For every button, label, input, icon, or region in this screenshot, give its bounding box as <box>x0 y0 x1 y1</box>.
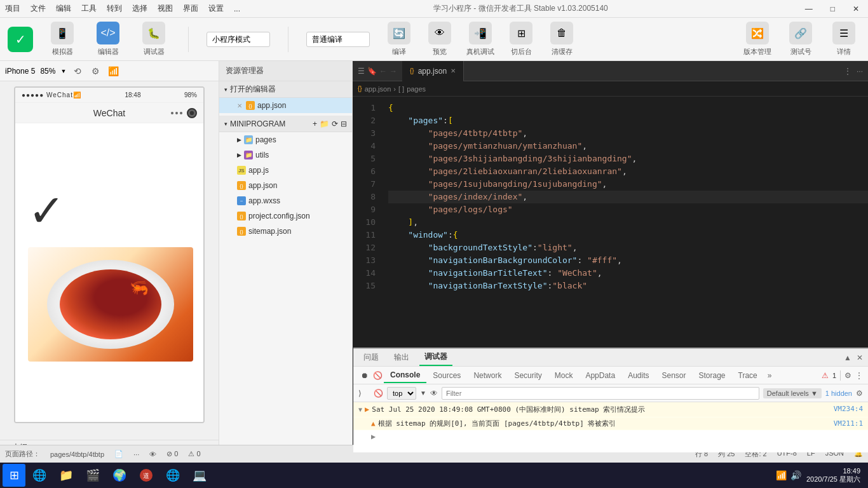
expand-arrow-icon[interactable]: ▼ <box>358 406 362 413</box>
open-file-app-json[interactable]: ✕ {} app.json <box>219 98 352 113</box>
version-mgr-button[interactable]: 🔀 版本管理 <box>741 22 774 57</box>
file-sitemap[interactable]: {} sitemap.json <box>219 224 352 239</box>
file-appwxss[interactable]: ~ app.wxss <box>219 193 352 208</box>
devtools-more-icon[interactable]: ⋮ <box>855 371 863 380</box>
log-caret-icon[interactable]: ▶ <box>371 432 376 441</box>
debug-tab-issues[interactable]: 问题 <box>358 349 384 365</box>
status-eye-icon[interactable]: 👁 <box>149 451 156 458</box>
start-button[interactable]: ⊞ <box>3 464 25 487</box>
debugger-button[interactable]: 🐛 调试器 <box>137 22 170 57</box>
taskbar-edge[interactable]: 🌍 <box>107 464 132 487</box>
devtools-settings-icon[interactable]: ⚙ <box>844 371 851 380</box>
taskbar-app[interactable]: 道 <box>133 464 159 487</box>
mode-select[interactable]: 小程序模式 <box>207 32 270 47</box>
devtools-tab-sources[interactable]: Sources <box>426 369 467 383</box>
devtools-tab-trace[interactable]: Trace <box>732 369 764 383</box>
menu-item-goto[interactable]: 转到 <box>107 3 122 14</box>
bookmark-icon[interactable]: 🔖 <box>367 67 377 76</box>
console-context-select[interactable]: top <box>387 387 416 400</box>
devtools-tab-storage[interactable]: Storage <box>693 369 732 383</box>
menu-item-tools[interactable]: 工具 <box>81 3 97 14</box>
open-editors-header[interactable]: ▾ 打开的编辑器 <box>219 81 352 98</box>
devtools-tab-audits[interactable]: Audits <box>621 369 655 383</box>
devtools-tab-mock[interactable]: Mock <box>548 369 580 383</box>
taskbar-chrome[interactable]: 🌐 <box>160 464 186 487</box>
devtools-tab-console[interactable]: Console <box>384 368 426 383</box>
devtools-tab-appdata[interactable]: AppData <box>579 369 621 383</box>
menu-item-more[interactable]: ... <box>234 4 240 13</box>
phone-signal: ●●●●● WeChat📶 <box>22 92 81 98</box>
file-appjs[interactable]: JS app.js <box>219 163 352 178</box>
taskbar-term[interactable]: 💻 <box>187 464 212 487</box>
menu-lines-icon[interactable]: ☰ <box>358 67 365 76</box>
test-num-button[interactable]: 🔗 测试号 <box>784 22 817 57</box>
debug-tab-debugger[interactable]: 调试器 <box>419 349 452 366</box>
tab-close-icon[interactable]: ✕ <box>451 67 456 74</box>
app-title: 学习小程序 - 微信开发者工具 Stable v1.03.2005140 <box>250 3 791 14</box>
close-icon[interactable]: ✕ <box>237 102 242 109</box>
editor-button[interactable]: </> 编辑器 <box>92 22 125 57</box>
sim-wifi-btn[interactable]: 📶 <box>107 65 119 78</box>
back-icon[interactable]: ← <box>379 67 387 76</box>
menu-item-view[interactable]: 视图 <box>158 3 173 14</box>
menu-item-file[interactable]: 文件 <box>31 3 46 14</box>
file-panel: 资源管理器 ▾ 打开的编辑器 ✕ {} app.json ▾ MINIPROGR… <box>219 61 353 470</box>
collapse-debug-icon[interactable]: ▲ <box>844 353 851 362</box>
miniprogram-header[interactable]: ▾ MINIPROGRAM + 📁 ⟳ ⊟ <box>219 116 352 132</box>
status-more-btn[interactable]: ··· <box>133 451 139 458</box>
add-folder-icon[interactable]: 📁 <box>320 119 329 128</box>
devtools-tab-more[interactable]: » <box>764 369 776 383</box>
console-filter-icon[interactable]: 🚫 <box>374 389 383 398</box>
sim-settings-btn[interactable]: ⚙ <box>89 65 102 78</box>
forward-icon[interactable]: → <box>390 67 397 76</box>
file-appjson[interactable]: {} app.json <box>219 178 352 193</box>
maximize-btn[interactable]: □ <box>827 4 839 13</box>
collapse-icon[interactable]: ⊟ <box>341 119 347 128</box>
menu-item-select[interactable]: 选择 <box>132 3 147 14</box>
hidden-count[interactable]: 1 hidden <box>825 390 852 397</box>
menu-item-edit[interactable]: 编辑 <box>56 3 71 14</box>
taskbar-media[interactable]: 🎬 <box>80 464 105 487</box>
devtools-clear-icon[interactable]: 🚫 <box>371 369 384 382</box>
debug-tab-output[interactable]: 输出 <box>389 349 414 365</box>
console-toggle-icon[interactable]: ⟩ <box>358 389 370 398</box>
detail-button[interactable]: ☰ 详情 <box>827 22 860 57</box>
real-debug-button[interactable]: 📲 真机调试 <box>464 22 497 57</box>
zoom-chevron: ▼ <box>60 68 66 74</box>
editor-tabs: ☰ 🔖 ← → {} app.json ✕ ⋮ ··· <box>353 61 868 81</box>
folder-pages[interactable]: ▶ 📁 pages <box>219 132 352 147</box>
file-projectconfig[interactable]: {} project.config.json <box>219 208 352 224</box>
log-link-2[interactable]: VM211:1 <box>834 419 863 428</box>
tab-app-json[interactable]: {} app.json ✕ <box>402 61 464 81</box>
split-icon[interactable]: ⋮ <box>844 67 851 76</box>
add-file-icon[interactable]: + <box>313 119 317 128</box>
warn-count: 1 <box>832 372 836 379</box>
close-btn[interactable]: ✕ <box>849 4 863 13</box>
preview-button[interactable]: 👁 预览 <box>423 22 456 57</box>
minimize-btn[interactable]: — <box>801 4 817 13</box>
folder-utils[interactable]: ▶ 📁 utils <box>219 147 352 163</box>
simulator-button[interactable]: 📱 模拟器 <box>46 22 79 57</box>
menu-item-project[interactable]: 项目 <box>5 3 20 14</box>
sim-rotate-btn[interactable]: ⟲ <box>71 65 84 78</box>
close-debug-icon[interactable]: ✕ <box>857 353 863 362</box>
compile-select[interactable]: 普通编译 <box>306 32 370 47</box>
menu-item-interface[interactable]: 界面 <box>183 3 198 14</box>
filter-input[interactable] <box>442 387 759 400</box>
clear-button[interactable]: 🗑 清缓存 <box>545 22 578 57</box>
log-link-1[interactable]: VM234:4 <box>834 405 863 413</box>
taskbar-ie[interactable]: 🌐 <box>27 464 52 487</box>
devtools-tab-sensor[interactable]: Sensor <box>655 369 692 383</box>
devtools-record-icon[interactable]: ⏺ <box>358 369 371 382</box>
console-gear-icon[interactable]: ⚙ <box>856 389 863 398</box>
more-icon[interactable]: ··· <box>857 67 863 76</box>
taskbar-folder[interactable]: 📁 <box>53 464 79 487</box>
default-levels-btn[interactable]: Default levels ▼ <box>763 388 822 398</box>
compile-button[interactable]: 🔄 编译 <box>383 22 416 57</box>
refresh-icon[interactable]: ⟳ <box>332 119 338 128</box>
console-eye-icon[interactable]: 👁 <box>430 389 438 398</box>
devtools-tab-security[interactable]: Security <box>508 369 548 383</box>
menu-item-settings[interactable]: 设置 <box>208 3 224 14</box>
devtools-tab-network[interactable]: Network <box>467 369 508 383</box>
cut-button[interactable]: ⊞ 切后台 <box>505 22 538 57</box>
